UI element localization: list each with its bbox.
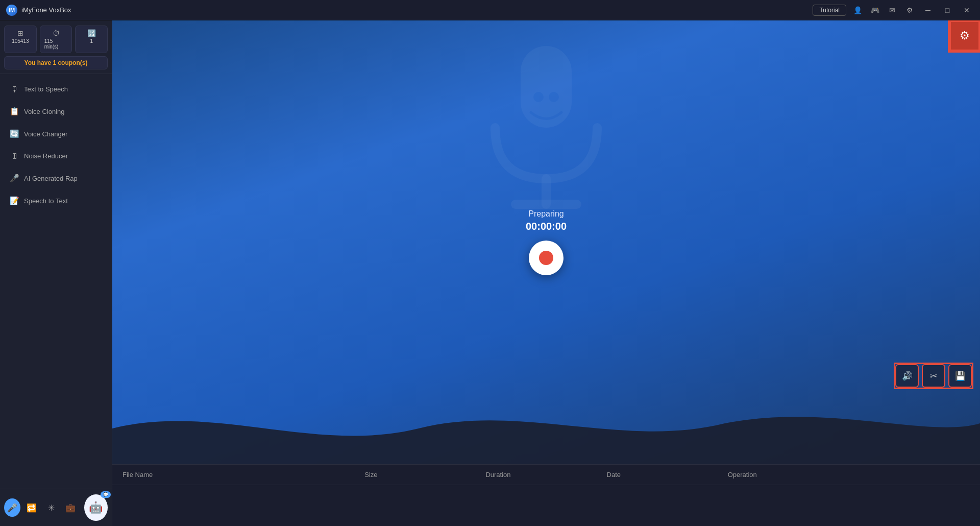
tutorial-button[interactable]: Tutorial [813,5,846,16]
sidebar-item-ai-generated-rap[interactable]: 🎤 AI Generated Rap [0,167,112,189]
record-button[interactable] [529,241,564,275]
export-icon: 💾 [955,371,966,381]
status-text: Preparing [526,209,567,219]
mail-icon[interactable]: ✉ [886,4,898,16]
wave-background [112,393,980,464]
content-area: ⚙ Preparing 00:00:00 🔊 ✂ [112,20,980,526]
volume-icon: 🔊 [902,371,913,381]
text-to-speech-icon: 🎙 [10,85,19,93]
count-value: 1 [90,38,93,44]
sidebar-item-label: AI Generated Rap [24,175,78,182]
col-duration: Duration [485,471,606,479]
settings-icon[interactable]: ⚙ [903,4,916,16]
stat-count: 🔢 1 [75,26,108,53]
trim-button[interactable]: ✂ [922,364,945,388]
export-button[interactable]: 💾 [948,364,972,388]
col-filename: File Name [122,471,364,479]
ai-rap-icon: 🎤 [10,174,19,183]
sidebar-item-label: Speech to Text [24,197,68,205]
maximize-button[interactable]: □ [940,3,954,17]
main-layout: ⊞ 105413 ⏱ 115 min(s) 🔢 1 You have 1 cou… [0,20,980,526]
chars-icon: ⊞ [17,29,23,37]
app-logo: iM [6,5,17,16]
stats-bar: ⊞ 105413 ⏱ 115 min(s) 🔢 1 You have 1 cou… [0,20,112,74]
sidebar-bottom: 🎤 🔁 ✳ 💼 🤖 💬 [0,489,112,526]
sidebar-item-text-to-speech[interactable]: 🎙 Text to Speech [0,78,112,100]
titlebar: iM iMyFone VoxBox Tutorial 👤 🎮 ✉ ⚙ ─ □ ✕ [0,0,980,20]
voice-cloning-icon: 📋 [10,107,19,116]
chat-widget[interactable]: 🤖 💬 [84,494,108,521]
stats-row: ⊞ 105413 ⏱ 115 min(s) 🔢 1 [4,26,108,53]
controller-icon[interactable]: 🎮 [869,4,881,16]
sidebar-item-label: Noise Reducer [24,152,68,160]
svg-rect-0 [521,46,572,128]
minimize-button[interactable]: ─ [921,3,935,17]
mins-value: 115 min(s) [44,38,68,50]
mic-bottom-button[interactable]: 🎤 [4,498,20,517]
col-operation: Operation [728,471,970,479]
stat-mins: ⏱ 115 min(s) [40,26,72,53]
loop-bottom-button[interactable]: 🔁 [23,498,40,517]
sidebar-item-voice-changer[interactable]: 🔄 Voice Changer [0,123,112,145]
sidebar-item-label: Voice Cloning [24,108,65,115]
file-table-area: File Name Size Duration Date Operation [112,464,980,526]
recording-toolbar: 🔊 ✂ 💾 [895,364,972,388]
sidebar: ⊞ 105413 ⏱ 115 min(s) 🔢 1 You have 1 cou… [0,20,112,526]
titlebar-actions: Tutorial 👤 🎮 ✉ ⚙ ─ □ ✕ [813,3,974,17]
svg-point-3 [533,92,544,102]
stat-chars: ⊞ 105413 [4,26,37,53]
col-size: Size [364,471,485,479]
col-date: Date [607,471,728,479]
user-icon[interactable]: 👤 [851,4,864,16]
mic-silhouette [464,31,628,225]
close-button[interactable]: ✕ [960,3,974,17]
app-title: iMyFone VoxBox [21,6,813,14]
file-table-header: File Name Size Duration Date Operation [112,465,980,485]
nav-items: 🎙 Text to Speech 📋 Voice Cloning 🔄 Voice… [0,74,112,489]
noise-reducer-icon: 🎚 [10,152,19,160]
trim-icon: ✂ [930,371,937,381]
timer-display: 00:00:00 [526,221,567,232]
coupon-bar[interactable]: You have 1 coupon(s) [4,56,108,69]
sidebar-item-voice-cloning[interactable]: 📋 Voice Cloning [0,100,112,123]
sidebar-item-noise-reducer[interactable]: 🎚 Noise Reducer [0,145,112,167]
sidebar-item-label: Text to Speech [24,85,68,93]
voice-changer-icon: 🔄 [10,129,19,138]
recording-status: Preparing 00:00:00 [526,209,567,232]
chat-bubble: 💬 [101,491,111,498]
gear-icon: ⚙ [960,29,970,42]
chars-value: 105413 [12,38,29,44]
share-bottom-button[interactable]: ✳ [43,498,59,517]
recording-area: ⚙ Preparing 00:00:00 🔊 ✂ [112,20,980,464]
record-button-container [529,241,564,275]
svg-point-4 [549,92,559,102]
volume-button[interactable]: 🔊 [895,364,919,388]
settings-overlay-button[interactable]: ⚙ [949,20,980,51]
speech-to-text-icon: 📝 [10,196,19,205]
sidebar-item-label: Voice Changer [24,130,67,138]
record-dot [539,251,553,265]
file-table-body [112,485,980,526]
mins-icon: ⏱ [53,29,60,37]
sidebar-item-speech-to-text[interactable]: 📝 Speech to Text [0,189,112,212]
bag-bottom-button[interactable]: 💼 [62,498,79,517]
count-icon: 🔢 [87,29,96,37]
